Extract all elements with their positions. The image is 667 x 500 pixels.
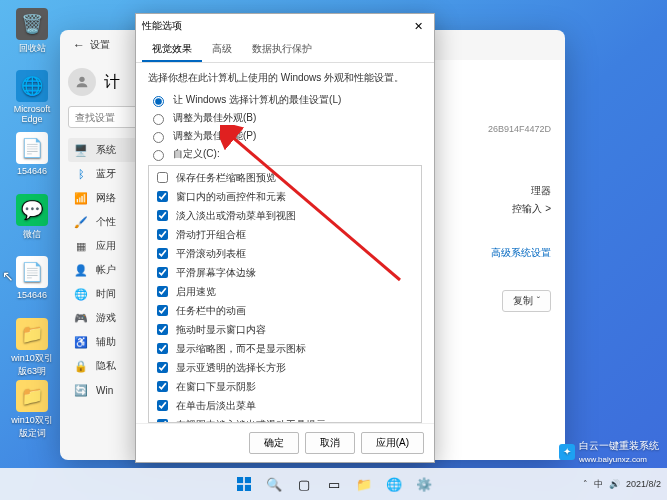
checkbox-label: 窗口内的动画控件和元素 <box>176 190 286 204</box>
effect-checkbox-8[interactable]: 拖动时显示窗口内容 <box>151 320 419 339</box>
effect-checkbox-9[interactable]: 显示缩略图，而不是显示图标 <box>151 339 419 358</box>
desktop-icon-5[interactable]: 📁win10双引版63明 <box>8 318 56 378</box>
nav-icon: 🎮 <box>74 311 88 325</box>
effect-checkbox-6[interactable]: 启用速览 <box>151 282 419 301</box>
checkbox-input[interactable] <box>157 305 168 316</box>
checkbox-input[interactable] <box>157 343 168 354</box>
desktop-icon-2[interactable]: 📄154646 <box>8 132 56 176</box>
nav-label: 帐户 <box>96 263 116 277</box>
checkbox-input[interactable] <box>157 229 168 240</box>
apply-button[interactable]: 应用(A) <box>361 432 424 454</box>
radio-input[interactable] <box>153 132 164 143</box>
settings-icon[interactable]: ⚙️ <box>411 471 437 497</box>
checkbox-input[interactable] <box>157 210 168 221</box>
desktop-icon-1[interactable]: 🌐Microsoft Edge <box>8 70 56 124</box>
checkbox-label: 在单击后淡出菜单 <box>176 399 256 413</box>
icon-label: Microsoft Edge <box>8 104 56 124</box>
checkbox-label: 保存任务栏缩略图预览 <box>176 171 276 185</box>
icon-label: 154646 <box>8 166 56 176</box>
checkbox-input[interactable] <box>157 248 168 259</box>
checkbox-input[interactable] <box>157 362 168 373</box>
info-label: 控输入 > <box>512 202 551 216</box>
dialog-title: 性能选项 <box>142 19 182 33</box>
app-icon: 🌐 <box>16 70 48 102</box>
taskbar: 🔍 ▢ ▭ 📁 🌐 ⚙️ ˄ 中 🔊 2021/8/2 <box>0 468 667 500</box>
checkbox-input[interactable] <box>157 324 168 335</box>
checkbox-label: 平滑滚动列表框 <box>176 247 246 261</box>
watermark-logo-icon: ✦ <box>559 444 575 460</box>
checkbox-input[interactable] <box>157 267 168 278</box>
back-button[interactable]: ← <box>68 34 90 56</box>
effect-checkbox-5[interactable]: 平滑屏幕字体边缘 <box>151 263 419 282</box>
desktop-icon-3[interactable]: 💬微信 <box>8 194 56 241</box>
effect-checkbox-4[interactable]: 平滑滚动列表框 <box>151 244 419 263</box>
volume-icon[interactable]: 🔊 <box>609 479 620 489</box>
nav-label: 应用 <box>96 239 116 253</box>
close-button[interactable]: ✕ <box>408 20 428 33</box>
nav-icon: 🔒 <box>74 359 88 373</box>
edge-icon[interactable]: 🌐 <box>381 471 407 497</box>
effect-checkbox-2[interactable]: 淡入淡出或滑动菜单到视图 <box>151 206 419 225</box>
effect-checkbox-11[interactable]: 在窗口下显示阴影 <box>151 377 419 396</box>
desktop-icon-0[interactable]: 🗑️回收站 <box>8 8 56 55</box>
widgets-icon[interactable]: ▭ <box>321 471 347 497</box>
checkbox-input[interactable] <box>157 172 168 183</box>
effect-checkbox-13[interactable]: 在视图中淡入淡出或滑动工具提示 <box>151 415 419 423</box>
effects-listbox[interactable]: 保存任务栏缩略图预览窗口内的动画控件和元素淡入淡出或滑动菜单到视图滑动打开组合框… <box>148 165 422 423</box>
desktop-icon-6[interactable]: 📁win10双引版定词 <box>8 380 56 440</box>
icon-label: win10双引版定词 <box>8 414 56 440</box>
explorer-icon[interactable]: 📁 <box>351 471 377 497</box>
copy-button[interactable]: 复制ˇ <box>502 290 551 312</box>
nav-label: 时间 <box>96 287 116 301</box>
effect-checkbox-3[interactable]: 滑动打开组合框 <box>151 225 419 244</box>
effect-checkbox-0[interactable]: 保存任务栏缩略图预览 <box>151 168 419 187</box>
nav-icon: ▦ <box>74 239 88 253</box>
nav-label: 蓝牙 <box>96 167 116 181</box>
taskview-icon[interactable]: ▢ <box>291 471 317 497</box>
nav-label: 网络 <box>96 191 116 205</box>
start-button[interactable] <box>231 471 257 497</box>
nav-label: 个性 <box>96 215 116 229</box>
radio-input[interactable] <box>153 114 164 125</box>
radio-label: 让 Windows 选择计算机的最佳设置(L) <box>173 93 341 107</box>
checkbox-label: 任务栏中的动画 <box>176 304 246 318</box>
dialog-description: 选择你想在此计算机上使用的 Windows 外观和性能设置。 <box>148 71 422 85</box>
radio-option-1[interactable]: 调整为最佳外观(B) <box>148 111 422 125</box>
checkbox-input[interactable] <box>157 400 168 411</box>
checkbox-input[interactable] <box>157 191 168 202</box>
effect-checkbox-1[interactable]: 窗口内的动画控件和元素 <box>151 187 419 206</box>
clock[interactable]: 2021/8/2 <box>626 479 661 489</box>
desktop-icon-4[interactable]: 📄154646 <box>8 256 56 300</box>
dialog-tab-1[interactable]: 高级 <box>202 38 242 62</box>
checkbox-label: 在窗口下显示阴影 <box>176 380 256 394</box>
checkbox-input[interactable] <box>157 381 168 392</box>
effect-checkbox-7[interactable]: 任务栏中的动画 <box>151 301 419 320</box>
checkbox-input[interactable] <box>157 286 168 297</box>
radio-option-0[interactable]: 让 Windows 选择计算机的最佳设置(L) <box>148 93 422 107</box>
app-icon: 💬 <box>16 194 48 226</box>
radio-label: 自定义(C): <box>173 147 220 161</box>
radio-option-3[interactable]: 自定义(C): <box>148 147 422 161</box>
svg-rect-3 <box>244 477 250 483</box>
ime-icon[interactable]: 中 <box>594 478 603 491</box>
effect-checkbox-10[interactable]: 显示亚透明的选择长方形 <box>151 358 419 377</box>
nav-icon: 📶 <box>74 191 88 205</box>
ok-button[interactable]: 确定 <box>249 432 299 454</box>
app-icon: 📁 <box>16 318 48 350</box>
radio-label: 调整为最佳性能(P) <box>173 129 256 143</box>
radio-option-2[interactable]: 调整为最佳性能(P) <box>148 129 422 143</box>
watermark: ✦ 白云一键重装系统 www.baiyunxz.com <box>559 439 659 464</box>
cancel-button[interactable]: 取消 <box>305 432 355 454</box>
dialog-tab-2[interactable]: 数据执行保护 <box>242 38 322 62</box>
dialog-tab-0[interactable]: 视觉效果 <box>142 38 202 62</box>
tray-chevron-icon[interactable]: ˄ <box>583 479 588 489</box>
radio-input[interactable] <box>153 150 164 161</box>
effect-checkbox-12[interactable]: 在单击后淡出菜单 <box>151 396 419 415</box>
svg-point-0 <box>79 77 84 82</box>
search-icon[interactable]: 🔍 <box>261 471 287 497</box>
radio-input[interactable] <box>153 96 164 107</box>
user-head: 计 <box>104 72 120 93</box>
advanced-system-link[interactable]: 高级系统设置 <box>491 246 551 260</box>
app-icon: 📄 <box>16 256 48 288</box>
svg-rect-4 <box>237 485 243 491</box>
